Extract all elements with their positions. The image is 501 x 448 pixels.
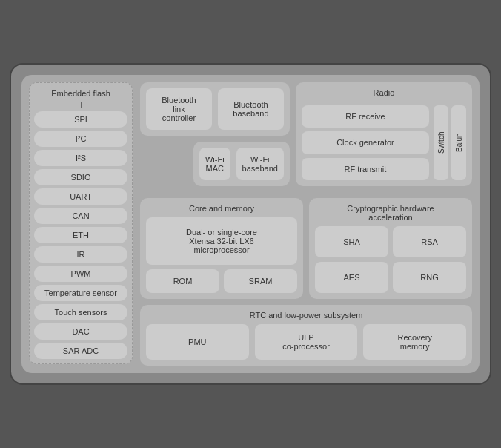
chip-spi: SPI: [34, 111, 127, 128]
rf-receive: RF receive: [302, 105, 429, 128]
crypto-group: Cryptographic hardware acceleration SHA …: [309, 198, 472, 299]
bt-wifi-column: Bluetooth link controller Bluetooth base…: [140, 82, 290, 186]
chip-uart: UART: [34, 188, 127, 205]
core-sram: SRAM: [224, 269, 297, 293]
core-group: Core and memory Dual- or single-core Xte…: [140, 198, 303, 299]
chip-sdio: SDIO: [34, 169, 127, 185]
balun-block: Balun: [451, 105, 466, 180]
left-column: Embedded flash SPI I²C I²S SDIO UART CAN…: [29, 82, 133, 366]
clock-generator: Clock generator: [302, 131, 429, 154]
right-area: Bluetooth link controller Bluetooth base…: [140, 82, 472, 366]
chip-dac: DAC: [34, 323, 127, 340]
radio-label: Radio: [302, 88, 466, 97]
wifi-group: Wi-Fi MAC Wi-Fi baseband: [193, 142, 290, 186]
wifi-mac: Wi-Fi MAC: [199, 148, 230, 180]
chip-i2s: I²S: [34, 150, 127, 166]
core-cpu: Dual- or single-core Xtensa 32-bit LX6 m…: [146, 217, 297, 265]
middle-row: Core and memory Dual- or single-core Xte…: [140, 198, 472, 299]
bt-baseband: Bluetooth baseband: [218, 88, 284, 130]
crypto-label: Cryptographic hardware acceleration: [315, 204, 466, 222]
switch-block: Switch: [434, 105, 448, 180]
top-section: Bluetooth link controller Bluetooth base…: [140, 82, 472, 186]
chip-i2c: I²C: [34, 131, 127, 147]
bluetooth-group: Bluetooth link controller Bluetooth base…: [140, 82, 290, 136]
rf-transmit: RF transmit: [302, 158, 429, 180]
crypto-aes: AES: [315, 262, 388, 293]
crypto-sha: SHA: [315, 226, 388, 257]
radio-left: RF receive Clock generator RF transmit: [302, 105, 429, 180]
core-rom: ROM: [146, 269, 219, 293]
crypto-rng: RNG: [393, 262, 466, 293]
radio-group: Radio RF receive Clock generator RF tran…: [296, 82, 472, 186]
chip-pwm: PWM: [34, 266, 127, 282]
rtc-recovery: Recovery memory: [363, 324, 466, 360]
bt-link-controller: Bluetooth link controller: [146, 88, 212, 130]
rtc-pmu: PMU: [146, 324, 249, 360]
wifi-baseband: Wi-Fi baseband: [236, 148, 284, 180]
core-label: Core and memory: [146, 204, 297, 213]
chip-temp: Temperature sensor: [34, 285, 127, 301]
crypto-grid: SHA RSA AES RNG: [315, 226, 466, 293]
crypto-rsa: RSA: [393, 226, 466, 257]
chip-diagram: Embedded flash SPI I²C I²S SDIO UART CAN…: [10, 63, 491, 385]
embedded-flash-label: Embedded flash: [51, 89, 110, 98]
rtc-group: RTC and low-power subsystem PMU ULP co-p…: [140, 305, 472, 366]
chip-touch: Touch sensors: [34, 304, 127, 320]
chip-ir: IR: [34, 246, 127, 263]
chip-can: CAN: [34, 208, 127, 224]
radio-right: Switch Balun: [434, 105, 466, 180]
core-bottom: ROM SRAM: [146, 269, 297, 293]
chip-eth: ETH: [34, 227, 127, 243]
rtc-ulp: ULP co-processor: [255, 324, 358, 360]
ef-line: [81, 102, 82, 108]
rtc-label: RTC and low-power subsystem: [146, 311, 466, 320]
chip-sar: SAR ADC: [34, 343, 127, 359]
embedded-flash-group: Embedded flash SPI I²C I²S SDIO UART CAN…: [29, 82, 133, 364]
outer-box: Embedded flash SPI I²C I²S SDIO UART CAN…: [21, 75, 480, 373]
rtc-blocks: PMU ULP co-processor Recovery memory: [146, 324, 466, 360]
